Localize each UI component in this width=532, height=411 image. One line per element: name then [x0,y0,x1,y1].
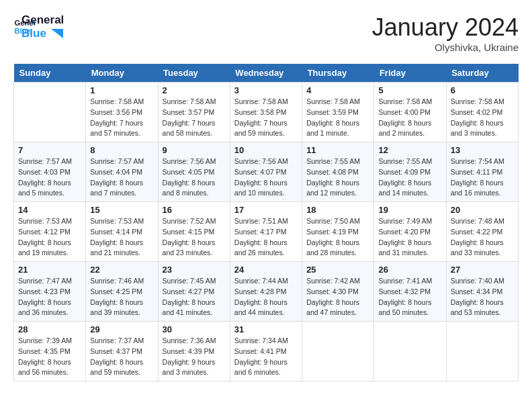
day-of-week-header: Friday [374,64,446,83]
calendar-cell: 24Sunrise: 7:44 AM Sunset: 4:28 PM Dayli… [230,262,302,322]
day-number: 27 [451,265,514,275]
calendar-cell: 19Sunrise: 7:49 AM Sunset: 4:20 PM Dayli… [374,202,446,262]
title-block: January 2024 Olyshivka, Ukraine [372,13,519,53]
day-number: 15 [90,205,153,215]
day-info: Sunrise: 7:57 AM Sunset: 4:04 PM Dayligh… [90,156,153,199]
day-number: 10 [234,145,298,155]
day-info: Sunrise: 7:50 AM Sunset: 4:19 PM Dayligh… [306,216,369,259]
calendar-table: SundayMondayTuesdayWednesdayThursdayFrid… [13,64,519,381]
day-info: Sunrise: 7:42 AM Sunset: 4:30 PM Dayligh… [306,276,369,318]
calendar-cell: 11Sunrise: 7:55 AM Sunset: 4:08 PM Dayli… [302,142,374,202]
logo-arrow-icon [51,29,63,38]
calendar-header-row: SundayMondayTuesdayWednesdayThursdayFrid… [14,64,519,83]
svg-marker-3 [51,29,63,38]
calendar-cell: 1Sunrise: 7:58 AM Sunset: 3:56 PM Daylig… [86,83,158,142]
calendar-cell: 3Sunrise: 7:58 AM Sunset: 3:58 PM Daylig… [230,83,302,142]
day-number: 11 [306,145,369,155]
day-info: Sunrise: 7:55 AM Sunset: 4:08 PM Dayligh… [306,156,369,199]
day-of-week-header: Monday [86,64,158,83]
calendar-cell: 17Sunrise: 7:51 AM Sunset: 4:17 PM Dayli… [230,202,302,262]
location: Olyshivka, Ukraine [372,42,519,53]
calendar-week-row: 28Sunrise: 7:39 AM Sunset: 4:35 PM Dayli… [14,322,519,381]
calendar-cell: 22Sunrise: 7:46 AM Sunset: 4:25 PM Dayli… [86,262,158,322]
day-number: 12 [378,145,441,155]
day-number: 22 [90,265,153,275]
day-number: 21 [18,265,81,275]
day-number: 29 [90,324,153,334]
day-info: Sunrise: 7:54 AM Sunset: 4:11 PM Dayligh… [451,156,514,199]
day-info: Sunrise: 7:44 AM Sunset: 4:28 PM Dayligh… [234,276,298,318]
day-info: Sunrise: 7:52 AM Sunset: 4:15 PM Dayligh… [163,216,226,259]
day-number: 17 [234,205,298,215]
calendar-week-row: 14Sunrise: 7:53 AM Sunset: 4:12 PM Dayli… [14,202,519,262]
day-info: Sunrise: 7:58 AM Sunset: 4:02 PM Dayligh… [451,97,514,139]
day-number: 18 [306,205,369,215]
day-number: 6 [451,85,514,95]
day-number: 28 [18,324,81,334]
day-number: 19 [378,205,441,215]
day-info: Sunrise: 7:48 AM Sunset: 4:22 PM Dayligh… [451,216,514,259]
day-info: Sunrise: 7:51 AM Sunset: 4:17 PM Dayligh… [234,216,298,259]
day-number: 2 [163,85,226,95]
calendar-cell: 20Sunrise: 7:48 AM Sunset: 4:22 PM Dayli… [446,202,518,262]
day-info: Sunrise: 7:58 AM Sunset: 3:58 PM Dayligh… [234,97,298,139]
calendar-cell: 16Sunrise: 7:52 AM Sunset: 4:15 PM Dayli… [158,202,230,262]
day-info: Sunrise: 7:34 AM Sunset: 4:41 PM Dayligh… [234,336,298,378]
day-info: Sunrise: 7:53 AM Sunset: 4:12 PM Dayligh… [18,216,81,259]
day-info: Sunrise: 7:46 AM Sunset: 4:25 PM Dayligh… [90,276,153,318]
day-info: Sunrise: 7:47 AM Sunset: 4:23 PM Dayligh… [18,276,81,318]
day-info: Sunrise: 7:57 AM Sunset: 4:03 PM Dayligh… [18,156,81,199]
calendar-cell: 8Sunrise: 7:57 AM Sunset: 4:04 PM Daylig… [86,142,158,202]
day-info: Sunrise: 7:39 AM Sunset: 4:35 PM Dayligh… [18,336,81,378]
calendar-cell: 30Sunrise: 7:36 AM Sunset: 4:39 PM Dayli… [158,322,230,381]
calendar-cell: 14Sunrise: 7:53 AM Sunset: 4:12 PM Dayli… [14,202,86,262]
day-of-week-header: Sunday [14,64,86,83]
day-number: 13 [451,145,514,155]
calendar-week-row: 7Sunrise: 7:57 AM Sunset: 4:03 PM Daylig… [14,142,519,202]
calendar-cell: 29Sunrise: 7:37 AM Sunset: 4:37 PM Dayli… [86,322,158,381]
calendar-cell [14,83,86,142]
day-info: Sunrise: 7:56 AM Sunset: 4:07 PM Dayligh… [234,156,298,199]
calendar-cell: 9Sunrise: 7:56 AM Sunset: 4:05 PM Daylig… [158,142,230,202]
day-number: 31 [234,324,298,334]
calendar-cell [302,322,374,381]
calendar-cell [374,322,446,381]
calendar-cell: 26Sunrise: 7:41 AM Sunset: 4:32 PM Dayli… [374,262,446,322]
day-info: Sunrise: 7:56 AM Sunset: 4:05 PM Dayligh… [163,156,226,199]
day-info: Sunrise: 7:45 AM Sunset: 4:27 PM Dayligh… [163,276,226,318]
calendar-cell: 2Sunrise: 7:58 AM Sunset: 3:57 PM Daylig… [158,83,230,142]
day-number: 26 [378,265,441,275]
day-number: 30 [163,324,226,334]
day-number: 8 [90,145,153,155]
day-number: 20 [451,205,514,215]
day-number: 3 [234,85,298,95]
day-info: Sunrise: 7:41 AM Sunset: 4:32 PM Dayligh… [378,276,441,318]
calendar-cell: 10Sunrise: 7:56 AM Sunset: 4:07 PM Dayli… [230,142,302,202]
calendar-cell: 21Sunrise: 7:47 AM Sunset: 4:23 PM Dayli… [14,262,86,322]
day-of-week-header: Saturday [446,64,518,83]
day-number: 5 [378,85,441,95]
calendar-cell: 12Sunrise: 7:55 AM Sunset: 4:09 PM Dayli… [374,142,446,202]
day-info: Sunrise: 7:49 AM Sunset: 4:20 PM Dayligh… [378,216,441,259]
day-number: 9 [163,145,226,155]
day-info: Sunrise: 7:58 AM Sunset: 4:00 PM Dayligh… [378,97,441,139]
calendar-cell: 4Sunrise: 7:58 AM Sunset: 3:59 PM Daylig… [302,83,374,142]
month-title: January 2024 [372,13,519,42]
logo-text: General [21,13,64,27]
day-info: Sunrise: 7:40 AM Sunset: 4:34 PM Dayligh… [451,276,514,318]
calendar-cell [446,322,518,381]
day-number: 1 [90,85,153,95]
day-info: Sunrise: 7:55 AM Sunset: 4:09 PM Dayligh… [378,156,441,199]
day-info: Sunrise: 7:53 AM Sunset: 4:14 PM Dayligh… [90,216,153,259]
calendar-cell: 7Sunrise: 7:57 AM Sunset: 4:03 PM Daylig… [14,142,86,202]
day-number: 4 [306,85,369,95]
day-number: 7 [18,145,81,155]
day-info: Sunrise: 7:36 AM Sunset: 4:39 PM Dayligh… [163,336,226,378]
calendar-cell: 23Sunrise: 7:45 AM Sunset: 4:27 PM Dayli… [158,262,230,322]
day-of-week-header: Wednesday [230,64,302,83]
day-number: 16 [163,205,226,215]
calendar-cell: 31Sunrise: 7:34 AM Sunset: 4:41 PM Dayli… [230,322,302,381]
page-header: General Blue General Blue January 2024 O… [13,13,519,53]
calendar-cell: 5Sunrise: 7:58 AM Sunset: 4:00 PM Daylig… [374,83,446,142]
calendar-week-row: 1Sunrise: 7:58 AM Sunset: 3:56 PM Daylig… [14,83,519,142]
